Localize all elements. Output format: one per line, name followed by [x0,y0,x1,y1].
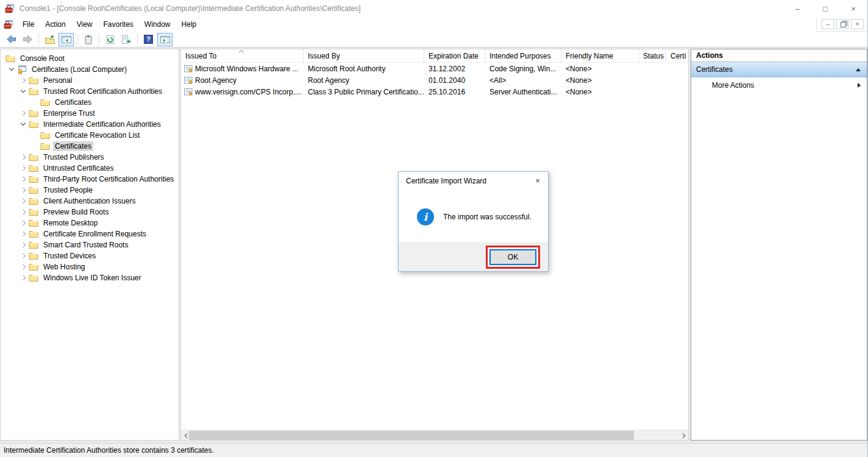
menu-help[interactable]: Help [176,17,202,32]
certificate-row-www-verisign-com-cps-incorp[interactable]: www.verisign.com/CPS Incorp....Class 3 P… [181,86,688,97]
folder-icon [40,130,50,140]
menu-bar: FileActionViewFavoritesWindowHelp – × [0,17,867,32]
chevron-right-icon[interactable] [18,207,29,218]
column-header-certi[interactable]: Certi [666,49,689,62]
show-console-tree-button[interactable] [59,33,74,46]
tree-item-trusted-root-certification-authorities[interactable]: Trusted Root Certification Authorities [5,86,179,97]
more-actions-item[interactable]: More Actions [691,77,867,93]
mdi-window-controls: – × [816,17,867,32]
paste-icon [84,35,93,44]
tree-item-trusted-people[interactable]: Trusted People [5,185,179,196]
chevron-placeholder [29,97,40,108]
column-header-issued-by[interactable]: Issued By [304,49,424,62]
help-button[interactable]: ? [141,33,156,46]
tree-item-certificates[interactable]: Certificates [5,141,179,152]
menu-favorites[interactable]: Favorites [98,17,139,32]
chevron-right-icon[interactable] [18,196,29,207]
chevron-right-icon[interactable] [18,228,29,239]
chevron-right-icon[interactable] [18,261,29,272]
tree-item-personal[interactable]: Personal [5,75,179,86]
mdi-close-button[interactable]: × [851,19,864,29]
tree-item-trusted-devices[interactable]: Trusted Devices [5,250,179,261]
tree-item-label: Trusted Publishers [41,152,106,162]
certificate-row-microsoft-windows-hardware[interactable]: Microsoft Windows Hardware ...Microsoft … [181,63,688,74]
tree-item-label: Console Root [18,54,66,63]
chevron-right-icon[interactable] [18,174,29,185]
menu-file[interactable]: File [17,17,40,32]
scroll-right-arrow[interactable] [678,430,688,441]
mdi-minimize-button[interactable]: – [822,19,834,29]
tree-item-trusted-publishers[interactable]: Trusted Publishers [5,152,179,163]
dialog-footer: OK [399,243,548,271]
column-header-expiration-date[interactable]: Expiration Date [424,49,485,62]
tree-item-certificate-revocation-list[interactable]: Certificate Revocation List [5,130,179,141]
chevron-right-icon[interactable] [18,108,29,119]
tree-item-intermediate-certification-authorities[interactable]: Intermediate Certification Authorities [5,119,179,130]
tree-item-label: Certificate Revocation List [53,130,141,140]
menu-view[interactable]: View [71,17,98,32]
export-list-button[interactable] [119,33,134,46]
scrollbar-thumb[interactable] [189,431,634,440]
show-action-pane-button[interactable] [157,33,173,46]
cell-expiration-date: 25.10.2016 [424,88,485,96]
dialog-title: Certificate Import Wizard [406,177,486,185]
tree-item-untrusted-certificates[interactable]: Untrusted Certificates [5,163,179,174]
tree-item-windows-live-id-token-issuer[interactable]: Windows Live ID Token Issuer [5,272,179,283]
column-header-friendly-name[interactable]: Friendly Name [561,49,639,62]
column-header-status[interactable]: Status [639,49,666,62]
cell-expiration-date: 31.12.2002 [424,65,485,73]
maximize-button[interactable]: □ [811,0,839,17]
certificate-icon [184,65,193,73]
tree-item-web-hosting[interactable]: Web Hosting [5,261,179,272]
mdi-restore-button[interactable] [836,19,849,29]
tree-item-certificate-enrollment-requests[interactable]: Certificate Enrollment Requests [5,228,179,239]
chevron-right-icon[interactable] [18,152,29,163]
toolbar-separator [137,34,138,45]
minimize-button[interactable]: – [783,0,811,17]
tree-item-console-root[interactable]: Console Root [5,53,179,64]
ok-button[interactable]: OK [489,249,536,265]
tree-item-label: Web Hosting [41,262,87,272]
actions-group-certificates[interactable]: Certificates [691,62,867,77]
export-folder-button[interactable] [42,33,57,46]
tree-item-smart-card-trusted-roots[interactable]: Smart Card Trusted Roots [5,239,179,250]
dialog-message: The import was successful. [443,213,532,221]
column-header-intended-purposes[interactable]: Intended Purposes [485,49,561,62]
dialog-close-button[interactable]: × [527,172,548,190]
folder-icon [29,240,38,250]
close-button[interactable]: × [839,0,867,17]
chevron-right-icon[interactable] [18,218,29,228]
console-tree-pane: Console RootCertificates (Local Computer… [0,49,179,441]
tree-item-label: Trusted People [41,185,94,195]
paste-button[interactable] [80,33,96,46]
chevron-right-icon[interactable] [18,75,29,86]
chevron-down-icon[interactable] [18,86,29,97]
collapse-chevron-icon[interactable] [856,68,861,71]
refresh-button[interactable] [102,33,118,46]
chevron-right-icon[interactable] [18,163,29,174]
chevron-right-icon[interactable] [18,239,29,250]
chevron-right-icon[interactable] [18,272,29,283]
menu-action[interactable]: Action [40,17,71,32]
horizontal-scrollbar[interactable] [181,430,688,440]
certificate-row-root-agency[interactable]: Root AgencyRoot Agency01.01.2040<All><No… [181,74,688,86]
tree-item-enterprise-trust[interactable]: Enterprise Trust [5,108,179,119]
tree-item-client-authentication-issuers[interactable]: Client Authentication Issuers [5,196,179,207]
folder-icon [40,97,50,107]
chevron-right-icon[interactable] [18,250,29,261]
tree-item-certificates-local-computer[interactable]: Certificates (Local Computer) [5,64,179,75]
chevron-down-icon[interactable] [6,64,17,75]
tree-item-label: Remote Desktop [41,218,99,228]
tree-item-remote-desktop[interactable]: Remote Desktop [5,218,179,228]
tree-item-certificates[interactable]: Certificates [5,97,179,108]
toolbar-separator [99,34,99,45]
tree-item-third-party-root-certification-authorities[interactable]: Third-Party Root Certification Authoriti… [5,174,179,185]
back-button[interactable] [4,33,19,46]
chevron-down-icon[interactable] [18,119,29,130]
forward-button[interactable] [20,33,35,46]
chevron-right-icon[interactable] [18,185,29,196]
toolbar: ? [0,32,867,48]
menu-window[interactable]: Window [139,17,176,32]
cell-friendly-name: <None> [561,88,639,96]
tree-item-preview-build-roots[interactable]: Preview Build Roots [5,207,179,218]
